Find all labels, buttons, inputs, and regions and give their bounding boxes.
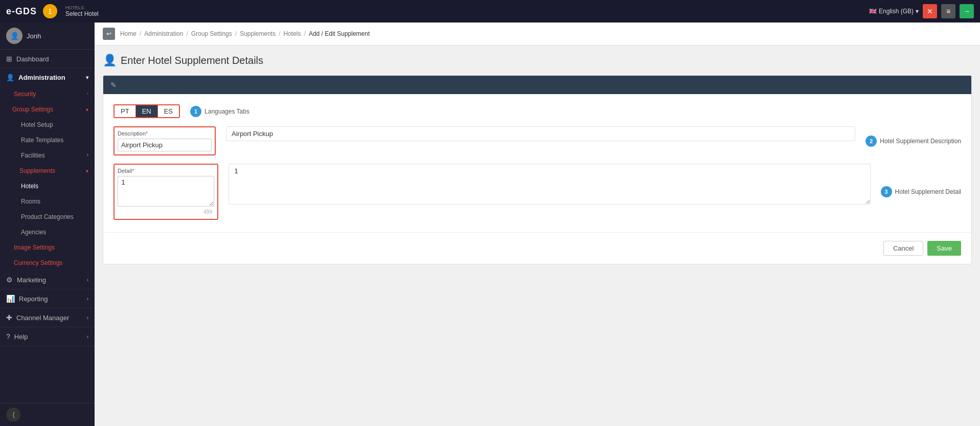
sidebar: 👤 Jonh ⊞ Dashboard 👤 Administration ▾ Se… bbox=[0, 23, 95, 426]
hotels-label: HOTELS: bbox=[65, 5, 99, 10]
save-button[interactable]: Save bbox=[927, 241, 961, 256]
sidebar-item-rate-templates[interactable]: Rate Templates bbox=[0, 132, 95, 148]
annotation-3-label: Hotel Supplement Detail bbox=[895, 188, 961, 195]
marketing-label: Marketing bbox=[17, 276, 46, 284]
annotation-2-label: Hotel Supplement Description bbox=[880, 138, 961, 145]
form-card-body: PT EN ES 1 Languages Tabs D bbox=[103, 94, 971, 264]
form-card-header: ✎ bbox=[103, 76, 971, 94]
logout-button[interactable]: → bbox=[960, 4, 974, 18]
admin-icon: 👤 bbox=[6, 74, 14, 81]
channel-manager-label: Channel Manager bbox=[16, 314, 69, 322]
tab-en[interactable]: EN bbox=[136, 105, 158, 117]
admin-label: Administration bbox=[18, 74, 65, 81]
description-input[interactable] bbox=[118, 139, 212, 151]
main-layout: 👤 Jonh ⊞ Dashboard 👤 Administration ▾ Se… bbox=[0, 23, 980, 426]
annotation-3-number: 3 bbox=[881, 186, 892, 197]
back-button[interactable]: ↩ bbox=[103, 28, 115, 40]
annotation-2-number: 2 bbox=[865, 136, 877, 147]
form-footer: Cancel Save bbox=[103, 232, 971, 264]
close-button[interactable]: ✕ bbox=[923, 4, 937, 18]
reporting-label: Reporting bbox=[19, 295, 48, 303]
rooms-label: Rooms bbox=[21, 198, 40, 205]
annotation-1-label: Languages Tabs bbox=[204, 108, 249, 115]
page-title-icon: 👤 bbox=[103, 54, 117, 67]
menu-button[interactable]: ≡ bbox=[941, 4, 955, 18]
notification-count: 1 bbox=[48, 7, 52, 15]
notification-bell[interactable]: 1 bbox=[43, 4, 57, 18]
chevron-down-icon: ▾ bbox=[916, 8, 919, 15]
topbar: e-GDS 1 HOTELS: Select Hotel 🇬🇧 English … bbox=[0, 0, 980, 23]
facilities-chevron-icon: › bbox=[87, 152, 88, 158]
detail-textarea[interactable]: 1 bbox=[118, 176, 214, 207]
sidebar-item-security[interactable]: Security › bbox=[0, 86, 95, 102]
sidebar-item-hotels[interactable]: Hotels bbox=[0, 178, 95, 194]
sidebar-item-group-settings[interactable]: Group Settings ▾ bbox=[0, 102, 95, 117]
sidebar-collapse-button[interactable]: ⟨ bbox=[6, 408, 20, 422]
page-content: 👤 Enter Hotel Supplement Details ✎ PT EN… bbox=[95, 46, 980, 426]
sidebar-item-facilities[interactable]: Facilities › bbox=[0, 148, 95, 163]
sidebar-item-reporting[interactable]: 📊 Reporting › bbox=[0, 289, 95, 308]
page-title: 👤 Enter Hotel Supplement Details bbox=[103, 54, 972, 67]
sidebar-username: Jonh bbox=[27, 32, 41, 40]
sidebar-item-supplements[interactable]: Supplements ▾ bbox=[0, 163, 95, 178]
sidebar-item-currency-settings[interactable]: Currency Settings bbox=[0, 255, 95, 271]
tab-pt[interactable]: PT bbox=[115, 105, 136, 117]
product-categories-label: Product Categories bbox=[21, 213, 74, 220]
tab-es[interactable]: ES bbox=[158, 105, 179, 117]
avatar: 👤 bbox=[6, 28, 22, 44]
char-count: 499 bbox=[118, 208, 214, 216]
annotation-1-number: 1 bbox=[190, 106, 201, 117]
sidebar-item-help[interactable]: ? Help › bbox=[0, 327, 95, 346]
help-chevron-icon: › bbox=[87, 334, 88, 340]
cancel-button[interactable]: Cancel bbox=[883, 241, 923, 256]
sidebar-item-agencies[interactable]: Agencies bbox=[0, 225, 95, 240]
dashboard-icon: ⊞ bbox=[6, 55, 12, 63]
form-edit-icon: ✎ bbox=[110, 81, 117, 89]
rate-templates-label: Rate Templates bbox=[21, 137, 63, 144]
breadcrumb-supplements[interactable]: Supplements bbox=[240, 30, 276, 37]
sidebar-item-dashboard[interactable]: ⊞ Dashboard bbox=[0, 50, 95, 69]
agencies-label: Agencies bbox=[21, 229, 46, 236]
annotation-1: 1 Languages Tabs bbox=[190, 106, 249, 117]
app-logo: e-GDS bbox=[6, 6, 37, 17]
breadcrumb-hotels[interactable]: Hotels bbox=[284, 30, 301, 37]
dashboard-label: Dashboard bbox=[16, 55, 49, 63]
hotel-selector[interactable]: HOTELS: Select Hotel bbox=[65, 5, 99, 17]
help-label: Help bbox=[14, 333, 28, 341]
facilities-label: Facilities bbox=[21, 152, 45, 159]
currency-settings-label: Currency Settings bbox=[14, 259, 62, 266]
hotel-setup-label: Hotel Setup bbox=[21, 121, 53, 128]
sidebar-item-product-categories[interactable]: Product Categories bbox=[0, 209, 95, 225]
language-selector[interactable]: 🇬🇧 English (GB) ▾ bbox=[869, 8, 919, 15]
breadcrumb-current: Add / Edit Supplement bbox=[309, 30, 370, 37]
sidebar-item-channel-manager[interactable]: ✚ Channel Manager › bbox=[0, 308, 95, 327]
breadcrumb-administration[interactable]: Administration bbox=[144, 30, 183, 37]
annotation-2: 2 Hotel Supplement Description bbox=[865, 136, 961, 147]
topbar-left: e-GDS 1 HOTELS: Select Hotel bbox=[6, 4, 99, 18]
detail-label: Detail* bbox=[118, 168, 214, 174]
breadcrumb: ↩ Home / Administration / Group Settings… bbox=[95, 23, 980, 46]
breadcrumb-home[interactable]: Home bbox=[120, 30, 136, 37]
group-settings-chevron-icon: ▾ bbox=[86, 107, 88, 113]
sidebar-item-rooms[interactable]: Rooms bbox=[0, 194, 95, 209]
topbar-right: 🇬🇧 English (GB) ▾ ✕ ≡ → bbox=[869, 4, 974, 18]
image-settings-label: Image Settings bbox=[14, 244, 55, 251]
sidebar-administration[interactable]: 👤 Administration ▾ bbox=[0, 69, 95, 86]
channel-manager-icon: ✚ bbox=[6, 313, 12, 322]
language-tabs: PT EN ES bbox=[113, 104, 180, 118]
sidebar-item-marketing[interactable]: ⚙ Marketing › bbox=[0, 271, 95, 289]
select-hotel-value[interactable]: Select Hotel bbox=[65, 10, 99, 17]
breadcrumb-group-settings[interactable]: Group Settings bbox=[191, 30, 232, 37]
group-settings-label: Group Settings bbox=[12, 106, 53, 113]
description-full-input[interactable] bbox=[226, 126, 855, 141]
sidebar-item-image-settings[interactable]: Image Settings bbox=[0, 240, 95, 255]
supplements-chevron-icon: ▾ bbox=[86, 168, 88, 174]
hotels-nav-label: Hotels bbox=[21, 183, 38, 190]
description-label: Description* bbox=[118, 130, 212, 137]
detail-full-textarea[interactable]: 1 bbox=[229, 164, 871, 205]
sidebar-item-hotel-setup[interactable]: Hotel Setup bbox=[0, 117, 95, 132]
supplements-label: Supplements bbox=[12, 167, 55, 174]
form-card: ✎ PT EN ES 1 Languages Tabs bbox=[103, 75, 972, 264]
sidebar-bottom: ⟨ bbox=[0, 403, 95, 426]
page-title-text: Enter Hotel Supplement Details bbox=[121, 55, 263, 66]
